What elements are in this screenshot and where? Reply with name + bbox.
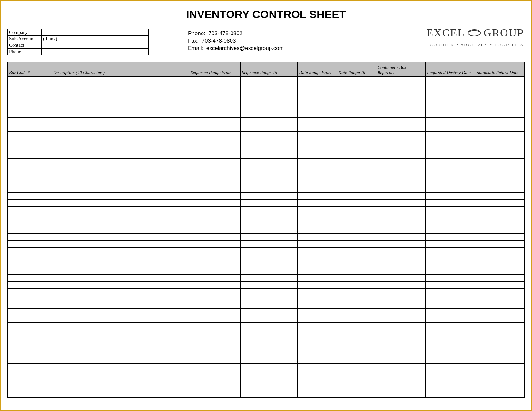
table-cell[interactable] xyxy=(52,391,189,397)
table-cell[interactable] xyxy=(241,247,298,254)
table-cell[interactable] xyxy=(426,111,475,117)
table-cell[interactable] xyxy=(337,118,376,124)
table-cell[interactable] xyxy=(376,309,425,316)
table-cell[interactable] xyxy=(376,370,425,377)
table-cell[interactable] xyxy=(475,363,524,370)
table-cell[interactable] xyxy=(8,281,52,288)
table-cell[interactable] xyxy=(426,309,475,316)
table-cell[interactable] xyxy=(426,213,475,220)
table-cell[interactable] xyxy=(337,104,376,111)
table-cell[interactable] xyxy=(298,384,337,391)
table-cell[interactable] xyxy=(337,131,376,138)
table-cell[interactable] xyxy=(426,288,475,295)
table-cell[interactable] xyxy=(52,213,189,220)
table-cell[interactable] xyxy=(337,363,376,370)
table-cell[interactable] xyxy=(475,295,524,302)
table-cell[interactable] xyxy=(52,77,189,83)
table-cell[interactable] xyxy=(337,200,376,206)
table-cell[interactable] xyxy=(298,240,337,247)
table-cell[interactable] xyxy=(8,179,52,186)
table-cell[interactable] xyxy=(8,159,52,165)
table-cell[interactable] xyxy=(8,316,52,322)
table-cell[interactable] xyxy=(52,357,189,363)
table-cell[interactable] xyxy=(337,261,376,268)
table-cell[interactable] xyxy=(52,111,189,117)
table-cell[interactable] xyxy=(426,254,475,261)
table-cell[interactable] xyxy=(8,309,52,316)
table-cell[interactable] xyxy=(426,179,475,186)
table-cell[interactable] xyxy=(52,370,189,377)
table-cell[interactable] xyxy=(8,240,52,247)
table-cell[interactable] xyxy=(8,138,52,145)
table-cell[interactable] xyxy=(8,391,52,397)
table-cell[interactable] xyxy=(426,97,475,104)
table-cell[interactable] xyxy=(337,350,376,357)
table-cell[interactable] xyxy=(52,343,189,350)
table-cell[interactable] xyxy=(376,329,425,336)
table-cell[interactable] xyxy=(52,268,189,275)
table-cell[interactable] xyxy=(8,220,52,227)
table-cell[interactable] xyxy=(337,90,376,97)
table-cell[interactable] xyxy=(298,247,337,254)
table-cell[interactable] xyxy=(376,295,425,302)
table-cell[interactable] xyxy=(189,213,241,220)
table-cell[interactable] xyxy=(52,254,189,261)
table-cell[interactable] xyxy=(189,302,241,309)
table-cell[interactable] xyxy=(52,118,189,124)
table-cell[interactable] xyxy=(337,370,376,377)
table-cell[interactable] xyxy=(52,377,189,384)
table-cell[interactable] xyxy=(337,240,376,247)
table-cell[interactable] xyxy=(426,295,475,302)
table-cell[interactable] xyxy=(8,329,52,336)
table-cell[interactable] xyxy=(298,295,337,302)
table-cell[interactable] xyxy=(189,104,241,111)
table-cell[interactable] xyxy=(8,152,52,159)
meta-value-subaccount[interactable]: (if any) xyxy=(42,36,149,42)
table-cell[interactable] xyxy=(475,234,524,240)
table-cell[interactable] xyxy=(8,104,52,111)
table-cell[interactable] xyxy=(376,220,425,227)
table-cell[interactable] xyxy=(8,350,52,357)
table-cell[interactable] xyxy=(52,124,189,131)
table-cell[interactable] xyxy=(475,343,524,350)
table-cell[interactable] xyxy=(298,316,337,322)
table-cell[interactable] xyxy=(426,384,475,391)
table-cell[interactable] xyxy=(376,97,425,104)
table-cell[interactable] xyxy=(426,268,475,275)
table-cell[interactable] xyxy=(8,193,52,200)
table-cell[interactable] xyxy=(241,213,298,220)
table-cell[interactable] xyxy=(475,302,524,309)
table-cell[interactable] xyxy=(8,97,52,104)
table-cell[interactable] xyxy=(426,145,475,152)
table-cell[interactable] xyxy=(189,384,241,391)
table-cell[interactable] xyxy=(241,322,298,329)
table-cell[interactable] xyxy=(426,152,475,159)
table-cell[interactable] xyxy=(376,193,425,200)
table-cell[interactable] xyxy=(241,261,298,268)
table-cell[interactable] xyxy=(475,138,524,145)
table-cell[interactable] xyxy=(52,200,189,206)
table-cell[interactable] xyxy=(475,131,524,138)
table-cell[interactable] xyxy=(189,186,241,193)
table-cell[interactable] xyxy=(475,268,524,275)
table-cell[interactable] xyxy=(241,206,298,213)
table-cell[interactable] xyxy=(475,159,524,165)
table-cell[interactable] xyxy=(241,302,298,309)
table-cell[interactable] xyxy=(8,295,52,302)
table-cell[interactable] xyxy=(298,281,337,288)
table-cell[interactable] xyxy=(475,336,524,343)
table-cell[interactable] xyxy=(475,152,524,159)
meta-value-contact[interactable] xyxy=(42,42,149,49)
table-cell[interactable] xyxy=(241,391,298,397)
table-cell[interactable] xyxy=(52,193,189,200)
table-cell[interactable] xyxy=(376,200,425,206)
table-cell[interactable] xyxy=(376,159,425,165)
table-cell[interactable] xyxy=(8,343,52,350)
table-cell[interactable] xyxy=(52,247,189,254)
table-cell[interactable] xyxy=(337,275,376,281)
table-cell[interactable] xyxy=(241,124,298,131)
table-cell[interactable] xyxy=(475,172,524,179)
table-cell[interactable] xyxy=(241,111,298,117)
table-cell[interactable] xyxy=(298,90,337,97)
table-cell[interactable] xyxy=(52,288,189,295)
